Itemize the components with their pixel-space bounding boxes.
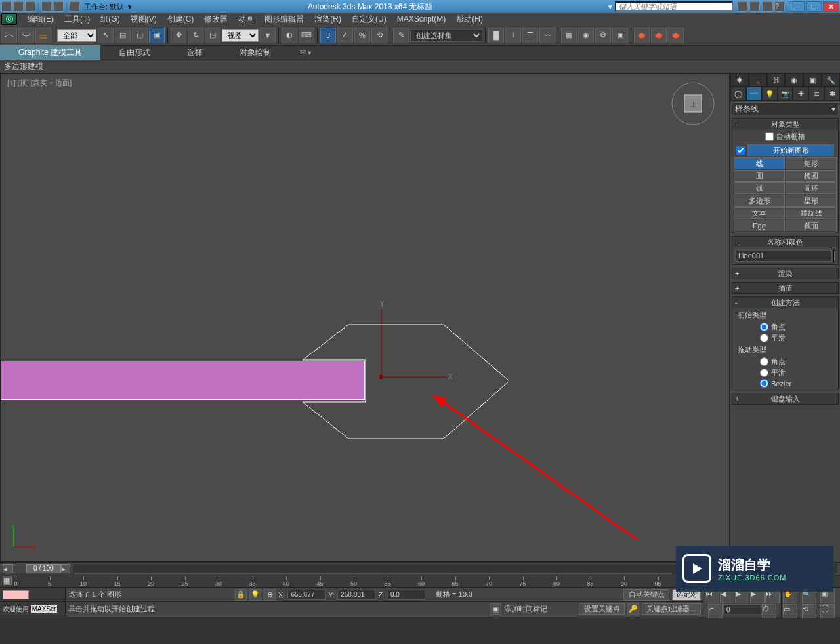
current-frame-input[interactable]: 0: [723, 604, 761, 614]
cat-lights-icon[interactable]: 💡: [762, 87, 778, 101]
coord-display-icon[interactable]: ⊕: [264, 589, 276, 601]
tab-hierarchy-icon[interactable]: ℍ: [767, 73, 786, 87]
scale-tool-icon[interactable]: ◳: [205, 28, 220, 43]
time-next-icon[interactable]: ▸: [61, 564, 70, 573]
schematic-view-icon[interactable]: ▦: [561, 28, 577, 43]
lock-selection-icon[interactable]: 🔒: [235, 589, 247, 601]
cat-shapes-icon[interactable]: 〰: [746, 87, 762, 101]
btn-line[interactable]: 线: [734, 157, 785, 169]
zoom-region-icon[interactable]: ▭: [783, 604, 797, 618]
menu-maxscript[interactable]: MAXScript(M): [392, 13, 452, 25]
spline-object[interactable]: [1, 361, 365, 400]
radio-drag-corner[interactable]: [760, 357, 768, 366]
btn-text[interactable]: 文本: [734, 207, 785, 219]
radio-drag-bezier[interactable]: [760, 379, 768, 388]
rollout-header-namecolor[interactable]: -名称和颜色: [732, 237, 838, 247]
window-crossing-icon[interactable]: ▣: [149, 28, 165, 43]
selection-filter-dropdown[interactable]: 全部: [57, 29, 96, 42]
btn-rectangle[interactable]: 矩形: [786, 157, 837, 169]
ribbon-dropdown-icon[interactable]: ✉ ▾: [295, 49, 317, 57]
keyfilter-button[interactable]: 关键点过滤器...: [642, 603, 701, 615]
menu-tools[interactable]: 工具(T): [59, 12, 95, 26]
autogrid-checkbox[interactable]: [765, 132, 774, 141]
ribbon-tab-freeform[interactable]: 自由形式: [100, 45, 169, 60]
btn-donut[interactable]: 圆环: [786, 182, 837, 194]
ribbon-tab-selection[interactable]: 选择: [169, 45, 221, 60]
menu-rendering[interactable]: 渲染(R): [309, 12, 346, 26]
btn-section[interactable]: 截面: [786, 220, 837, 231]
minimize-button[interactable]: −: [789, 1, 805, 12]
app-icon[interactable]: ⓒ: [1, 13, 17, 25]
setkey-button[interactable]: 设置关键点: [579, 603, 625, 615]
help-icon-1[interactable]: [737, 1, 747, 12]
ribbon-panel-label[interactable]: 多边形建模: [4, 61, 43, 72]
menu-edit[interactable]: 编辑(E): [22, 12, 59, 26]
curve-editor-icon[interactable]: 〰: [539, 28, 555, 43]
menu-modifiers[interactable]: 修改器: [199, 12, 233, 26]
key-mode-toggle-icon[interactable]: ⤺: [708, 604, 723, 618]
maximize-button[interactable]: □: [806, 1, 822, 12]
bind-tool-icon[interactable]: [35, 28, 51, 43]
btn-star[interactable]: 星形: [786, 195, 837, 207]
btn-ngon[interactable]: 多边形: [734, 195, 785, 207]
align-icon[interactable]: ⫴: [505, 28, 521, 43]
help-icon[interactable]: ?: [774, 1, 785, 12]
radio-drag-smooth[interactable]: [760, 369, 768, 377]
cat-cameras-icon[interactable]: 📷: [778, 87, 793, 101]
star-icon[interactable]: [762, 1, 772, 12]
btn-egg[interactable]: Egg: [734, 220, 785, 231]
select-region-icon[interactable]: ▢: [132, 28, 148, 43]
cat-geometry-icon[interactable]: ◯: [730, 87, 746, 101]
tab-create-icon[interactable]: ✸: [730, 73, 749, 87]
orbit-icon[interactable]: ⟲: [802, 604, 816, 618]
undo-icon[interactable]: [41, 1, 52, 12]
btn-helix[interactable]: 螺旋线: [786, 207, 837, 219]
edit-selection-set-icon[interactable]: ✎: [393, 28, 409, 43]
newshape-button[interactable]: 开始新图形: [747, 144, 834, 156]
render-prod-icon[interactable]: 🫖: [634, 28, 650, 43]
unlink-tool-icon[interactable]: [18, 28, 34, 43]
timetag-icon[interactable]: ▣: [490, 603, 501, 615]
keyboard-shortcut-icon[interactable]: ⌨: [299, 28, 314, 43]
btn-ellipse[interactable]: 椭圆: [786, 170, 837, 182]
maxscript-mini-icon[interactable]: [3, 590, 29, 599]
tab-modify-icon[interactable]: ◞: [749, 73, 767, 87]
dropdown-icon[interactable]: ▾: [608, 3, 612, 11]
ribbon-tab-objectpaint[interactable]: 对象绘制: [221, 45, 289, 60]
menu-animation[interactable]: 动画: [233, 12, 259, 26]
rollout-header-render[interactable]: +渲染: [732, 268, 838, 279]
rollout-header-interp[interactable]: +插值: [732, 283, 838, 293]
time-slider[interactable]: 0 / 100: [26, 564, 61, 573]
radio-init-corner[interactable]: [760, 323, 768, 331]
rollout-header[interactable]: -对象类型: [732, 119, 838, 129]
pivot-icon[interactable]: ▼: [260, 28, 276, 43]
open-icon[interactable]: [13, 1, 24, 12]
autokey-button[interactable]: 自动关键点: [623, 589, 669, 601]
cat-spacewarps-icon[interactable]: ≋: [808, 87, 824, 101]
menu-grapheditors[interactable]: 图形编辑器: [259, 12, 309, 26]
percent-snap-icon[interactable]: %: [354, 28, 370, 43]
menu-help[interactable]: 帮助(H): [451, 12, 488, 26]
new-icon[interactable]: [1, 1, 12, 12]
rotate-tool-icon[interactable]: ↻: [188, 28, 203, 43]
coord-y-input[interactable]: 258.881: [337, 590, 375, 600]
render-setup-icon[interactable]: ⚙: [595, 28, 611, 43]
menu-view[interactable]: 视图(V): [125, 12, 162, 26]
render-iter-icon[interactable]: 🫖: [651, 28, 667, 43]
addtag-label[interactable]: 添加时间标记: [504, 604, 547, 614]
mirror-icon[interactable]: ▐▌: [488, 28, 504, 43]
newshape-checkbox[interactable]: [736, 146, 745, 155]
save-icon[interactable]: [25, 1, 35, 12]
refcoord-dropdown[interactable]: 视图: [222, 29, 259, 42]
menu-customize[interactable]: 自定义(U): [346, 12, 392, 26]
rollout-header-keyboard[interactable]: +键盘输入: [732, 393, 838, 404]
tab-motion-icon[interactable]: ◉: [785, 73, 803, 87]
time-config-button-icon[interactable]: ⏱: [762, 604, 776, 618]
viewport[interactable]: [+] [顶] [真实 + 边面] 上 Y X Y: [0, 73, 730, 562]
shape-category-dropdown[interactable]: 样条线▾: [732, 102, 839, 115]
close-button[interactable]: ✕: [823, 1, 839, 12]
tab-display-icon[interactable]: ▣: [803, 73, 822, 87]
angle-snap-icon[interactable]: ∠: [337, 28, 353, 43]
search-input[interactable]: [615, 1, 733, 12]
cat-helpers-icon[interactable]: ✚: [793, 87, 808, 101]
